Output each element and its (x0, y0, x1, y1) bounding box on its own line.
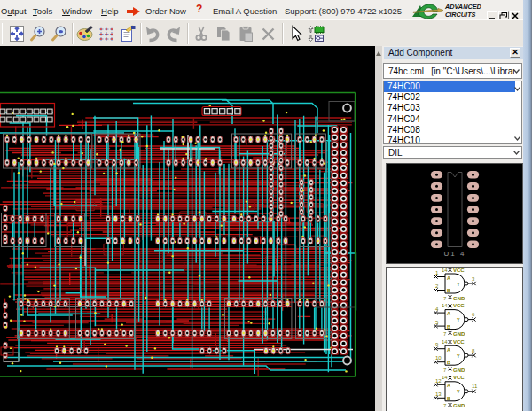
svg-text:14: 14 (442, 339, 448, 345)
svg-text:GND: GND (453, 296, 466, 301)
svg-text:A: A (447, 311, 450, 316)
svg-text:U1 4: U1 4 (444, 250, 466, 258)
svg-text:13: 13 (435, 392, 442, 397)
svg-text:GND: GND (453, 403, 466, 408)
svg-text:VCC: VCC (453, 375, 465, 380)
svg-text:B: B (447, 360, 450, 365)
svg-text:11: 11 (472, 384, 478, 389)
svg-text:ADVANCED: ADVANCED (444, 3, 482, 11)
svg-text:VCC: VCC (453, 268, 465, 273)
svg-text:14: 14 (442, 303, 448, 308)
svg-text:A: A (447, 383, 450, 388)
svg-text:A: A (447, 347, 450, 353)
svg-text:10: 10 (435, 355, 442, 361)
svg-text:14: 14 (442, 268, 448, 273)
svg-text:GND: GND (453, 331, 466, 337)
svg-text:A: A (447, 275, 450, 281)
svg-text:GND: GND (453, 368, 466, 373)
svg-text:Y: Y (457, 317, 460, 322)
svg-text:Y: Y (457, 353, 460, 359)
svg-text:VCC: VCC (453, 303, 465, 308)
svg-text:B: B (447, 324, 450, 330)
svg-text:B: B (447, 288, 450, 293)
svg-text:Y: Y (457, 282, 460, 287)
svg-text:14: 14 (442, 375, 448, 380)
svg-text:VCC: VCC (453, 339, 465, 345)
svg-text:B: B (447, 396, 450, 401)
svg-text:Y: Y (457, 389, 460, 394)
svg-text:CIRCUITS: CIRCUITS (445, 11, 476, 19)
